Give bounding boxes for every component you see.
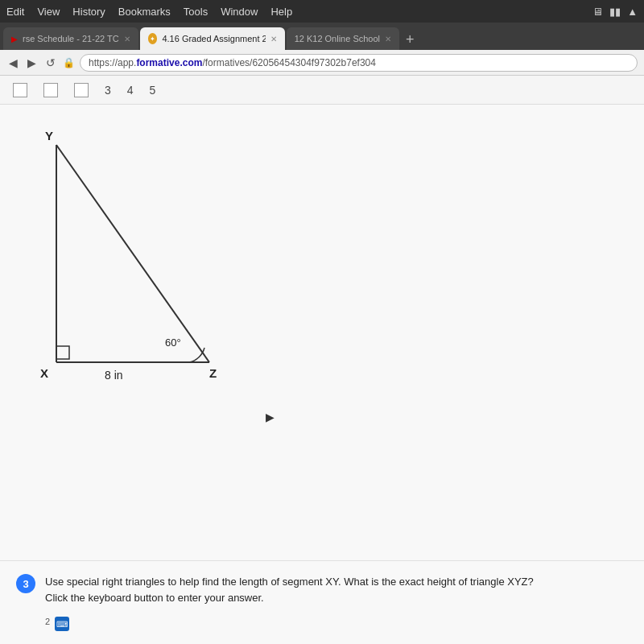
forward-button[interactable]: ▶	[25, 56, 39, 69]
shield-icon: 🔒	[63, 57, 75, 68]
question-number-badge: 3	[16, 574, 35, 593]
tab-2-close[interactable]: ✕	[270, 35, 277, 43]
menu-tools[interactable]: Tools	[184, 6, 208, 18]
url-path: /formatives/62056454304f97302b7ef304	[202, 57, 376, 68]
vertex-y-label: Y	[45, 129, 53, 142]
new-tab-button[interactable]: +	[401, 31, 419, 48]
menu-help[interactable]: Help	[270, 6, 292, 18]
keyboard-input-button[interactable]: ⌨	[55, 617, 69, 631]
menu-bar: Edit View History Bookmarks Tools Window…	[0, 0, 644, 23]
question-section: 3 Use special right triangles to help fi…	[0, 560, 644, 644]
tab-1-favicon: ▶	[11, 35, 18, 43]
question-toolbar: 3 4 5	[0, 76, 644, 105]
tab-2-favicon: ✦	[148, 33, 158, 44]
toolbar-num-4[interactable]: 4	[127, 84, 134, 97]
menu-bookmarks[interactable]: Bookmarks	[118, 6, 171, 18]
url-domain: formative.com	[136, 57, 202, 68]
tab-3[interactable]: 12 K12 Online School ✕	[287, 27, 399, 50]
keyboard-icon: ⌨	[56, 620, 68, 629]
toolbar-checkbox-2[interactable]	[43, 83, 58, 97]
svg-rect-3	[56, 346, 69, 359]
tab-2-label: 4.16 Graded Assignment 21-22	[162, 34, 265, 43]
reload-button[interactable]: ↺	[43, 56, 58, 69]
svg-line-2	[56, 145, 209, 362]
menu-history[interactable]: History	[72, 6, 105, 18]
tab-1-label: rse Schedule - 21-22 TC	[23, 34, 119, 43]
wifi-icon: ▲	[627, 6, 638, 18]
toolbar-num-3[interactable]: 3	[105, 84, 111, 97]
menubar-right: 🖥 ▮▮ ▲	[592, 6, 638, 18]
vertex-x-label: X	[40, 366, 48, 380]
side-length-label: 8 in	[105, 369, 123, 382]
url-input[interactable]: https://app.formative.com/formatives/620…	[80, 54, 638, 72]
tab-bar: ▶ rse Schedule - 21-22 TC ✕ ✦ 4.16 Grade…	[0, 23, 644, 50]
tab-3-close[interactable]: ✕	[385, 35, 391, 43]
tab-3-label: 12 K12 Online School	[295, 34, 380, 43]
question-text: Use special right triangles to help find…	[45, 574, 534, 605]
toolbar-num-5[interactable]: 5	[150, 84, 156, 97]
main-content: Y X Z 60° 8 in ▶ 3 Use special right tri…	[0, 105, 644, 644]
monitor-icon: 🖥	[592, 6, 603, 18]
back-button[interactable]: ◀	[6, 56, 20, 69]
tab-1[interactable]: ▶ rse Schedule - 21-22 TC ✕	[3, 27, 138, 50]
sub-question-number: 2	[45, 617, 50, 626]
address-bar: ◀ ▶ ↺ 🔒 https://app.formative.com/format…	[0, 50, 644, 76]
toolbar-checkbox-3[interactable]	[74, 83, 89, 97]
url-prefix: https://app.	[89, 57, 136, 68]
triangle-diagram: Y X Z 60° 8 in	[32, 121, 274, 411]
toolbar-checkbox-1[interactable]	[13, 83, 27, 97]
tab-2[interactable]: ✦ 4.16 Graded Assignment 21-22 ✕	[140, 27, 285, 50]
menu-edit[interactable]: Edit	[6, 6, 24, 18]
vertex-z-label: Z	[209, 366, 217, 380]
angle-label: 60°	[165, 336, 181, 349]
mouse-cursor: ▶	[266, 411, 272, 417]
menu-view[interactable]: View	[37, 6, 60, 18]
menu-window[interactable]: Window	[221, 6, 258, 18]
battery-icon: ▮▮	[609, 6, 621, 18]
tab-1-close[interactable]: ✕	[124, 35, 130, 43]
